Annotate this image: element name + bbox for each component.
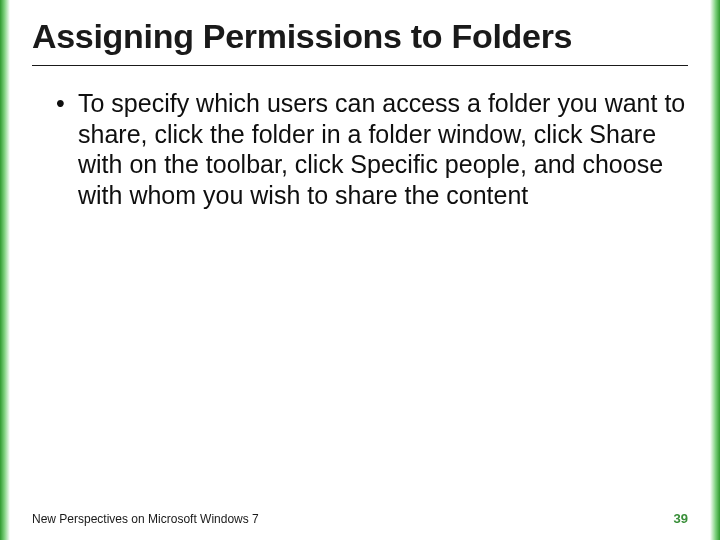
slide-footer: New Perspectives on Microsoft Windows 7 … [32,511,688,526]
bullet-list: To specify which users can access a fold… [32,88,688,210]
slide-title: Assigning Permissions to Folders [32,18,688,55]
footer-source: New Perspectives on Microsoft Windows 7 [32,512,259,526]
footer-page-number: 39 [674,511,688,526]
slide-body: Assigning Permissions to Folders To spec… [10,0,710,540]
slide-left-border [0,0,10,540]
bullet-item: To specify which users can access a fold… [56,88,688,210]
title-underline [32,65,688,66]
slide-right-border [710,0,720,540]
slide-content: To specify which users can access a fold… [32,88,688,511]
